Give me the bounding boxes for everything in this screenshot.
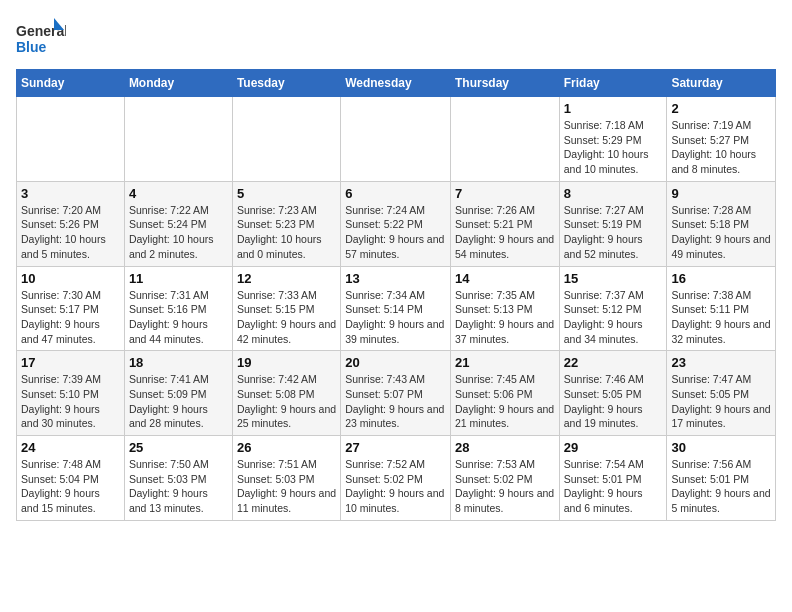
day-info: Sunrise: 7:39 AM Sunset: 5:10 PM Dayligh… — [21, 372, 120, 431]
day-number: 13 — [345, 271, 446, 286]
calendar-cell: 29Sunrise: 7:54 AM Sunset: 5:01 PM Dayli… — [559, 436, 667, 521]
calendar-cell: 12Sunrise: 7:33 AM Sunset: 5:15 PM Dayli… — [232, 266, 340, 351]
day-info: Sunrise: 7:43 AM Sunset: 5:07 PM Dayligh… — [345, 372, 446, 431]
day-number: 22 — [564, 355, 663, 370]
calendar-cell: 4Sunrise: 7:22 AM Sunset: 5:24 PM Daylig… — [124, 181, 232, 266]
day-number: 4 — [129, 186, 228, 201]
day-number: 25 — [129, 440, 228, 455]
logo-svg: GeneralBlue — [16, 16, 66, 61]
calendar-cell — [17, 97, 125, 182]
calendar-cell: 22Sunrise: 7:46 AM Sunset: 5:05 PM Dayli… — [559, 351, 667, 436]
day-number: 26 — [237, 440, 336, 455]
day-number: 10 — [21, 271, 120, 286]
calendar-cell: 16Sunrise: 7:38 AM Sunset: 5:11 PM Dayli… — [667, 266, 776, 351]
calendar-cell: 9Sunrise: 7:28 AM Sunset: 5:18 PM Daylig… — [667, 181, 776, 266]
calendar-cell: 10Sunrise: 7:30 AM Sunset: 5:17 PM Dayli… — [17, 266, 125, 351]
calendar-cell — [232, 97, 340, 182]
calendar-cell — [341, 97, 451, 182]
calendar-cell: 17Sunrise: 7:39 AM Sunset: 5:10 PM Dayli… — [17, 351, 125, 436]
day-info: Sunrise: 7:23 AM Sunset: 5:23 PM Dayligh… — [237, 203, 336, 262]
day-number: 18 — [129, 355, 228, 370]
calendar-cell: 6Sunrise: 7:24 AM Sunset: 5:22 PM Daylig… — [341, 181, 451, 266]
day-number: 9 — [671, 186, 771, 201]
day-info: Sunrise: 7:47 AM Sunset: 5:05 PM Dayligh… — [671, 372, 771, 431]
day-info: Sunrise: 7:22 AM Sunset: 5:24 PM Dayligh… — [129, 203, 228, 262]
day-info: Sunrise: 7:33 AM Sunset: 5:15 PM Dayligh… — [237, 288, 336, 347]
day-number: 23 — [671, 355, 771, 370]
day-info: Sunrise: 7:41 AM Sunset: 5:09 PM Dayligh… — [129, 372, 228, 431]
calendar-cell: 27Sunrise: 7:52 AM Sunset: 5:02 PM Dayli… — [341, 436, 451, 521]
day-info: Sunrise: 7:28 AM Sunset: 5:18 PM Dayligh… — [671, 203, 771, 262]
header: GeneralBlue — [16, 16, 776, 61]
day-number: 28 — [455, 440, 555, 455]
day-number: 11 — [129, 271, 228, 286]
calendar: SundayMondayTuesdayWednesdayThursdayFrid… — [16, 69, 776, 521]
day-info: Sunrise: 7:50 AM Sunset: 5:03 PM Dayligh… — [129, 457, 228, 516]
day-info: Sunrise: 7:52 AM Sunset: 5:02 PM Dayligh… — [345, 457, 446, 516]
day-number: 12 — [237, 271, 336, 286]
day-info: Sunrise: 7:30 AM Sunset: 5:17 PM Dayligh… — [21, 288, 120, 347]
calendar-cell: 19Sunrise: 7:42 AM Sunset: 5:08 PM Dayli… — [232, 351, 340, 436]
calendar-week-3: 10Sunrise: 7:30 AM Sunset: 5:17 PM Dayli… — [17, 266, 776, 351]
weekday-header-monday: Monday — [124, 70, 232, 97]
calendar-cell — [124, 97, 232, 182]
day-number: 16 — [671, 271, 771, 286]
day-info: Sunrise: 7:48 AM Sunset: 5:04 PM Dayligh… — [21, 457, 120, 516]
calendar-cell: 20Sunrise: 7:43 AM Sunset: 5:07 PM Dayli… — [341, 351, 451, 436]
day-number: 30 — [671, 440, 771, 455]
calendar-cell: 24Sunrise: 7:48 AM Sunset: 5:04 PM Dayli… — [17, 436, 125, 521]
day-number: 15 — [564, 271, 663, 286]
calendar-cell: 21Sunrise: 7:45 AM Sunset: 5:06 PM Dayli… — [450, 351, 559, 436]
day-number: 6 — [345, 186, 446, 201]
weekday-header-saturday: Saturday — [667, 70, 776, 97]
day-number: 8 — [564, 186, 663, 201]
calendar-cell: 23Sunrise: 7:47 AM Sunset: 5:05 PM Dayli… — [667, 351, 776, 436]
weekday-header-row: SundayMondayTuesdayWednesdayThursdayFrid… — [17, 70, 776, 97]
calendar-cell: 25Sunrise: 7:50 AM Sunset: 5:03 PM Dayli… — [124, 436, 232, 521]
calendar-week-1: 1Sunrise: 7:18 AM Sunset: 5:29 PM Daylig… — [17, 97, 776, 182]
calendar-cell: 26Sunrise: 7:51 AM Sunset: 5:03 PM Dayli… — [232, 436, 340, 521]
day-info: Sunrise: 7:56 AM Sunset: 5:01 PM Dayligh… — [671, 457, 771, 516]
day-info: Sunrise: 7:31 AM Sunset: 5:16 PM Dayligh… — [129, 288, 228, 347]
calendar-cell: 7Sunrise: 7:26 AM Sunset: 5:21 PM Daylig… — [450, 181, 559, 266]
day-number: 21 — [455, 355, 555, 370]
day-info: Sunrise: 7:54 AM Sunset: 5:01 PM Dayligh… — [564, 457, 663, 516]
calendar-cell: 28Sunrise: 7:53 AM Sunset: 5:02 PM Dayli… — [450, 436, 559, 521]
calendar-week-2: 3Sunrise: 7:20 AM Sunset: 5:26 PM Daylig… — [17, 181, 776, 266]
day-number: 19 — [237, 355, 336, 370]
day-info: Sunrise: 7:20 AM Sunset: 5:26 PM Dayligh… — [21, 203, 120, 262]
calendar-cell: 30Sunrise: 7:56 AM Sunset: 5:01 PM Dayli… — [667, 436, 776, 521]
weekday-header-tuesday: Tuesday — [232, 70, 340, 97]
calendar-week-5: 24Sunrise: 7:48 AM Sunset: 5:04 PM Dayli… — [17, 436, 776, 521]
day-info: Sunrise: 7:37 AM Sunset: 5:12 PM Dayligh… — [564, 288, 663, 347]
day-info: Sunrise: 7:27 AM Sunset: 5:19 PM Dayligh… — [564, 203, 663, 262]
day-info: Sunrise: 7:45 AM Sunset: 5:06 PM Dayligh… — [455, 372, 555, 431]
calendar-cell: 13Sunrise: 7:34 AM Sunset: 5:14 PM Dayli… — [341, 266, 451, 351]
calendar-cell: 3Sunrise: 7:20 AM Sunset: 5:26 PM Daylig… — [17, 181, 125, 266]
weekday-header-thursday: Thursday — [450, 70, 559, 97]
calendar-cell: 1Sunrise: 7:18 AM Sunset: 5:29 PM Daylig… — [559, 97, 667, 182]
day-number: 14 — [455, 271, 555, 286]
day-number: 5 — [237, 186, 336, 201]
day-info: Sunrise: 7:19 AM Sunset: 5:27 PM Dayligh… — [671, 118, 771, 177]
day-info: Sunrise: 7:24 AM Sunset: 5:22 PM Dayligh… — [345, 203, 446, 262]
day-info: Sunrise: 7:34 AM Sunset: 5:14 PM Dayligh… — [345, 288, 446, 347]
day-number: 2 — [671, 101, 771, 116]
calendar-cell: 18Sunrise: 7:41 AM Sunset: 5:09 PM Dayli… — [124, 351, 232, 436]
day-info: Sunrise: 7:46 AM Sunset: 5:05 PM Dayligh… — [564, 372, 663, 431]
day-number: 17 — [21, 355, 120, 370]
day-info: Sunrise: 7:42 AM Sunset: 5:08 PM Dayligh… — [237, 372, 336, 431]
weekday-header-friday: Friday — [559, 70, 667, 97]
day-number: 24 — [21, 440, 120, 455]
svg-text:Blue: Blue — [16, 39, 47, 55]
day-info: Sunrise: 7:35 AM Sunset: 5:13 PM Dayligh… — [455, 288, 555, 347]
calendar-cell: 2Sunrise: 7:19 AM Sunset: 5:27 PM Daylig… — [667, 97, 776, 182]
day-number: 29 — [564, 440, 663, 455]
day-number: 1 — [564, 101, 663, 116]
weekday-header-wednesday: Wednesday — [341, 70, 451, 97]
day-number: 3 — [21, 186, 120, 201]
day-info: Sunrise: 7:38 AM Sunset: 5:11 PM Dayligh… — [671, 288, 771, 347]
day-info: Sunrise: 7:53 AM Sunset: 5:02 PM Dayligh… — [455, 457, 555, 516]
calendar-cell: 8Sunrise: 7:27 AM Sunset: 5:19 PM Daylig… — [559, 181, 667, 266]
day-number: 20 — [345, 355, 446, 370]
